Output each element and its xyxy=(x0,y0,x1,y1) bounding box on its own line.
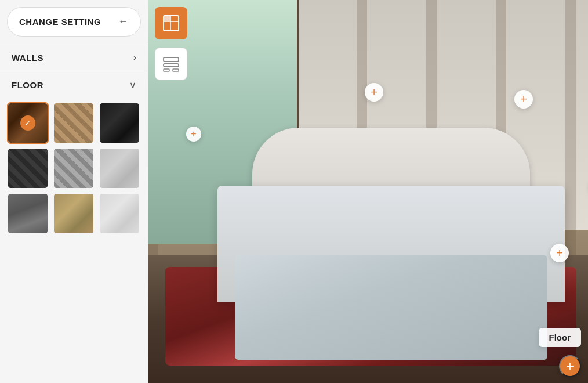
furniture-plan-icon-button[interactable] xyxy=(155,48,187,80)
swatch-dark-herringbone[interactable] xyxy=(7,147,49,189)
swatch-concrete-dark[interactable] xyxy=(7,193,49,234)
floor-swatches-grid: ✓ xyxy=(0,99,148,241)
floor-label: FLOOR xyxy=(12,80,43,90)
back-arrow-icon: ← xyxy=(118,16,129,28)
svg-rect-1 xyxy=(164,16,170,21)
svg-rect-7 xyxy=(173,69,179,71)
room-bed xyxy=(217,128,565,302)
svg-rect-5 xyxy=(164,64,179,67)
room-area: + + + + + + + Floor + xyxy=(148,0,588,383)
swatch-wood-black[interactable] xyxy=(99,102,140,144)
swatch-khaki[interactable] xyxy=(53,193,95,234)
floor-plan-icon-button[interactable] xyxy=(155,7,187,39)
swatch-light-gray[interactable] xyxy=(99,147,140,189)
hotspot-bed-center[interactable]: + xyxy=(550,244,569,262)
swatch-light-concrete[interactable] xyxy=(99,193,140,234)
walls-section-header[interactable]: WALLS › xyxy=(0,44,148,71)
floor-section-header[interactable]: FLOOR ∨ xyxy=(0,71,148,99)
swatch-check-icon: ✓ xyxy=(20,115,35,131)
swatch-wood-dark[interactable]: ✓ xyxy=(7,102,49,144)
floor-chevron-down-icon: ∨ xyxy=(129,80,136,91)
left-panel: CHANGE SETTING ← WALLS › FLOOR ∨ ✓ xyxy=(0,0,148,383)
walls-label: WALLS xyxy=(12,53,43,63)
svg-rect-4 xyxy=(164,57,179,62)
bed-mattress xyxy=(217,186,565,302)
hotspot-window-left[interactable]: + xyxy=(186,127,201,142)
add-bottom-right-button[interactable]: + xyxy=(559,355,581,377)
change-setting-label: CHANGE SETTING xyxy=(19,17,101,27)
hotspot-light-1[interactable]: + xyxy=(514,90,533,109)
swatch-wood-herringbone[interactable] xyxy=(53,102,95,144)
floor-label-badge: Floor xyxy=(539,328,582,347)
swatch-gray-herringbone[interactable] xyxy=(53,147,95,189)
svg-rect-6 xyxy=(164,69,169,71)
walls-chevron-right-icon: › xyxy=(133,52,136,63)
bed-bedding xyxy=(235,255,547,360)
hotspot-ceiling-center[interactable]: + xyxy=(365,83,383,102)
change-setting-button[interactable]: CHANGE SETTING ← xyxy=(7,7,141,37)
